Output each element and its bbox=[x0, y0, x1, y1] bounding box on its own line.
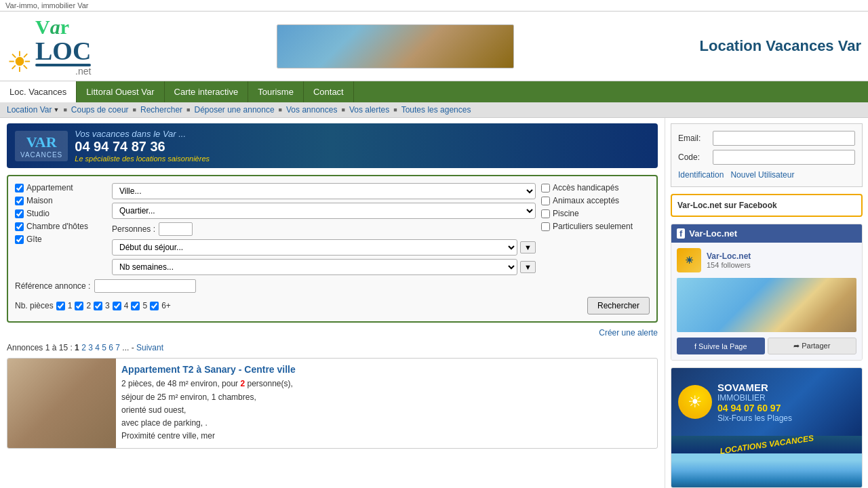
chambre-hotes-checkbox[interactable] bbox=[15, 222, 24, 231]
banner-tagline: Vos vacances dans le Var ... bbox=[75, 129, 650, 139]
nav-item-littoral[interactable]: Littoral Ouest Var bbox=[77, 81, 164, 102]
quartier-select[interactable]: Quartier... bbox=[112, 203, 536, 219]
reference-label: Référence annonce : bbox=[15, 281, 90, 291]
subnav-deposer[interactable]: Déposer une annonce bbox=[195, 105, 275, 115]
listing-persons-link[interactable]: 2 bbox=[240, 379, 245, 388]
checkbox-maison[interactable]: Maison bbox=[15, 196, 106, 205]
debut-sejour-calendar-btn[interactable]: ▼ bbox=[520, 241, 536, 253]
acces-handicapes-checkbox[interactable] bbox=[541, 184, 550, 192]
nb-semaines-arrow-btn[interactable]: ▼ bbox=[520, 261, 536, 273]
nb-semaines-select[interactable]: Nb semaines... bbox=[112, 259, 517, 275]
reference-input[interactable] bbox=[94, 279, 196, 293]
pieces-4-label: 4 bbox=[124, 301, 129, 310]
top-bar: Var-immo, immobilier Var bbox=[0, 0, 868, 12]
pieces-5-checkbox[interactable] bbox=[131, 302, 140, 310]
pieces-4-checkbox[interactable] bbox=[113, 302, 121, 310]
gite-checkbox[interactable] bbox=[15, 235, 24, 244]
sovamer-tag-area: LOCATIONS VACANCES bbox=[671, 436, 862, 453]
page-link-1[interactable]: 1 bbox=[75, 343, 79, 352]
subnav-coups-de-coeur[interactable]: Coups de coeur bbox=[71, 105, 129, 115]
personnes-input[interactable] bbox=[159, 222, 193, 236]
checkbox-gite[interactable]: Gîte bbox=[15, 235, 106, 244]
pieces-3-label: 3 bbox=[105, 301, 110, 310]
fb-share-button[interactable]: ➦ Partager bbox=[768, 338, 857, 354]
appartement-checkbox[interactable] bbox=[15, 184, 24, 192]
checkbox-studio[interactable]: Studio bbox=[15, 209, 106, 218]
main-content: VAR VACANCES Vos vacances dans le Var ..… bbox=[0, 118, 868, 488]
email-label: Email: bbox=[678, 134, 709, 143]
page-link-3[interactable]: 3 bbox=[88, 343, 93, 352]
maison-checkbox[interactable] bbox=[15, 197, 24, 205]
fb-logo-icon: ☀ bbox=[677, 248, 701, 272]
subnav-vos-annonces[interactable]: Vos annonces bbox=[286, 105, 337, 115]
header: ☀ Var LOC .net Location Vacances Var bbox=[0, 12, 868, 81]
pieces-6plus-checkbox[interactable] bbox=[150, 302, 159, 310]
checkbox-chambre-hotes[interactable]: Chambre d'hôtes bbox=[15, 222, 106, 231]
topbar-text: Var-immo, immobilier Var bbox=[5, 1, 88, 9]
sovamer-name: SOVAMER bbox=[717, 382, 792, 393]
identification-link[interactable]: Identification bbox=[678, 170, 724, 180]
piscine-checkbox[interactable] bbox=[541, 209, 550, 218]
subnav-vos-alertes[interactable]: Vos alertes bbox=[349, 105, 389, 115]
nav-item-contact[interactable]: Contact bbox=[304, 81, 354, 102]
pieces-2-checkbox[interactable] bbox=[75, 302, 83, 310]
page-link-6[interactable]: 6 bbox=[108, 343, 113, 352]
studio-checkbox[interactable] bbox=[15, 209, 24, 218]
bullet-sep-5: ■ bbox=[341, 106, 344, 113]
listing-desc: 2 pièces, de 48 m² environ, pour 2 perso… bbox=[121, 378, 652, 443]
option-piscine[interactable]: Piscine bbox=[541, 209, 650, 218]
annonces-header: Annonces 1 à 15 : 1 2 3 4 5 6 7 ... - Su… bbox=[7, 343, 658, 352]
search-button[interactable]: Rechercher bbox=[587, 297, 650, 314]
facebook-box-title: Var-Loc.net sur Facebook bbox=[671, 194, 863, 217]
search-options-col: Accès handicapés Animaux acceptés Piscin… bbox=[541, 183, 650, 275]
banner-desc: Le spécialiste des locations saisonnière… bbox=[75, 155, 650, 163]
subnav-toutes-agences[interactable]: Toutes les agences bbox=[401, 105, 471, 115]
fb-followers: 154 followers bbox=[707, 261, 751, 269]
sovamer-city: Six-Fours les Plages bbox=[717, 413, 792, 423]
option-animaux[interactable]: Animaux acceptés bbox=[541, 196, 650, 205]
sovamer-subtitle: IMMOBILIER bbox=[717, 393, 792, 403]
sun-icon: ☀ bbox=[7, 48, 33, 77]
nav-item-loc-vacances[interactable]: Loc. Vacances bbox=[0, 81, 77, 102]
bullet-sep-3: ■ bbox=[186, 106, 190, 113]
header-photo bbox=[277, 24, 514, 68]
listing-photo bbox=[7, 359, 116, 448]
debut-sejour-select[interactable]: Début du séjour... bbox=[112, 239, 517, 256]
page-link-4[interactable]: 4 bbox=[95, 343, 100, 352]
subnav-location-var[interactable]: Location Var ▼ bbox=[7, 105, 59, 115]
code-input[interactable] bbox=[713, 150, 855, 165]
subnav-rechercher[interactable]: Rechercher bbox=[140, 105, 182, 115]
property-type-checkboxes: Appartement Maison Studio Chambre d'hôte… bbox=[15, 183, 106, 275]
fb-page-details: Var-Loc.net 154 followers bbox=[707, 251, 751, 269]
email-input[interactable] bbox=[713, 131, 855, 146]
nouvel-utilisateur-link[interactable]: Nouvel Utilisateur bbox=[730, 170, 794, 180]
page-link-7[interactable]: 7 bbox=[115, 343, 120, 352]
checkbox-appartement[interactable]: Appartement bbox=[15, 183, 106, 192]
pieces-1-checkbox[interactable] bbox=[56, 302, 65, 310]
listing-title[interactable]: Appartement T2 à Sanary - Centre ville bbox=[121, 364, 652, 375]
option-particuliers[interactable]: Particuliers seulement bbox=[541, 222, 650, 231]
ville-select[interactable]: Ville... bbox=[112, 183, 536, 199]
page-link-2[interactable]: 2 bbox=[81, 343, 86, 352]
right-panel: Email: Code: Identification Nouvel Utili… bbox=[665, 118, 868, 488]
sovamer-logo-icon: ☀ bbox=[678, 385, 712, 419]
banner-text: Vos vacances dans le Var ... 04 94 74 87… bbox=[75, 129, 650, 163]
option-acces-handicapes[interactable]: Accès handicapés bbox=[541, 183, 650, 192]
nav-bar: Loc. Vacances Littoral Ouest Var Carte i… bbox=[0, 81, 868, 102]
page-link-5[interactable]: 5 bbox=[102, 343, 106, 352]
fb-follow-button[interactable]: f Suivre la Page bbox=[677, 338, 765, 354]
pieces-3-checkbox[interactable] bbox=[94, 302, 102, 310]
login-links: Identification Nouvel Utilisateur bbox=[678, 170, 855, 180]
pieces-label: Nb. pièces bbox=[15, 301, 54, 310]
nav-item-carte[interactable]: Carte interactive bbox=[165, 81, 249, 102]
nav-item-tourisme[interactable]: Tourisme bbox=[248, 81, 304, 102]
next-link[interactable]: Suivant bbox=[136, 343, 163, 352]
search-selects-col: Ville... Quartier... Personnes : Début d… bbox=[112, 183, 536, 275]
animaux-checkbox[interactable] bbox=[541, 197, 550, 205]
particuliers-checkbox[interactable] bbox=[541, 222, 550, 231]
fb-widget-body: ☀ Var-Loc.net 154 followers f Suivre la … bbox=[671, 243, 862, 360]
sub-nav: Location Var ▼ ■ Coups de coeur ■ Recher… bbox=[0, 102, 868, 118]
left-panel: VAR VACANCES Vos vacances dans le Var ..… bbox=[0, 118, 665, 488]
create-alert-link[interactable]: Créer une alerte bbox=[7, 328, 658, 338]
fb-widget: f Var-Loc.net ☀ Var-Loc.net 154 follower… bbox=[671, 224, 863, 361]
